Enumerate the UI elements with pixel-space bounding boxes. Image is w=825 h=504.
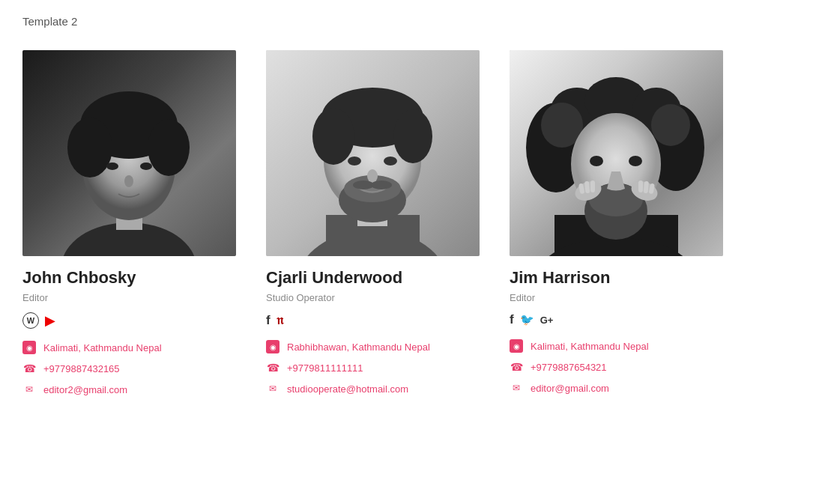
phone-icon: ☎ — [266, 361, 279, 374]
svg-point-7 — [106, 163, 118, 170]
location-value[interactable]: Kalimati, Kathmandu Nepal — [531, 341, 649, 352]
card-jim: Jim Harrison Editor f🐦G+ ◉ Kalimati, Kat… — [510, 50, 723, 396]
social-icons-john: W▶ — [22, 312, 236, 329]
svg-point-22 — [367, 169, 378, 183]
facebook-icon[interactable]: f — [510, 312, 514, 327]
svg-point-40 — [629, 156, 642, 166]
contact-location-jim: ◉ Kalimati, Kathmandu Nepal — [510, 339, 723, 353]
svg-point-19 — [384, 157, 397, 166]
card-name-cjarli: Cjarli Underwood — [266, 268, 480, 288]
card-cjarli: Cjarli Underwood Studio Operator f𝔫 ◉ Ra… — [266, 50, 480, 396]
contact-list-jim: ◉ Kalimati, Kathmandu Nepal ☎ +977988765… — [510, 339, 723, 395]
contact-phone-cjarli: ☎ +9779811111111 — [266, 361, 480, 374]
contact-email-john: ✉ editor2@gmail.com — [22, 383, 236, 396]
card-role-john: Editor — [22, 292, 236, 303]
card-role-jim: Editor — [510, 292, 723, 303]
cards-container: John Chbosky Editor W▶ ◉ Kalimati, Kathm… — [22, 50, 803, 396]
card-name-john: John Chbosky — [22, 268, 236, 288]
card-photo-jim — [510, 50, 723, 256]
contact-location-cjarli: ◉ Rabhibhawan, Kathmandu Nepal — [266, 340, 480, 353]
pinterest-icon[interactable]: 𝔫 — [276, 312, 283, 328]
social-icons-cjarli: f𝔫 — [266, 312, 480, 328]
contact-location-john: ◉ Kalimati, Kathmandu Nepal — [22, 341, 236, 354]
location-icon: ◉ — [510, 339, 523, 353]
phone-value[interactable]: +9779811111111 — [287, 362, 363, 374]
svg-point-39 — [590, 156, 603, 166]
youtube-icon[interactable]: ▶ — [45, 312, 55, 329]
social-icons-jim: f🐦G+ — [510, 312, 723, 327]
email-value[interactable]: editor@gmail.com — [531, 383, 609, 394]
svg-point-23 — [353, 180, 374, 189]
svg-point-6 — [148, 119, 190, 176]
page-title: Template 2 — [22, 15, 803, 28]
contact-email-cjarli: ✉ studiooperate@hotmail.com — [266, 382, 480, 395]
wordpress-icon[interactable]: W — [22, 312, 39, 329]
email-value[interactable]: studiooperate@hotmail.com — [287, 383, 408, 395]
email-icon: ✉ — [510, 381, 523, 395]
contact-email-jim: ✉ editor@gmail.com — [510, 381, 723, 395]
svg-point-18 — [348, 157, 361, 166]
phone-icon: ☎ — [510, 360, 523, 374]
card-photo-john — [22, 50, 236, 256]
contact-phone-john: ☎ +9779887432165 — [22, 362, 236, 375]
facebook-icon[interactable]: f — [266, 313, 271, 328]
email-value[interactable]: editor2@gmail.com — [43, 384, 127, 395]
card-role-cjarli: Studio Operator — [266, 292, 480, 303]
phone-value[interactable]: +9779887654321 — [531, 362, 607, 373]
location-icon: ◉ — [22, 341, 36, 354]
contact-list-cjarli: ◉ Rabhibhawan, Kathmandu Nepal ☎ +977981… — [266, 340, 480, 395]
contact-list-john: ◉ Kalimati, Kathmandu Nepal ☎ +977988743… — [22, 341, 236, 396]
svg-point-9 — [124, 175, 133, 187]
card-john: John Chbosky Editor W▶ ◉ Kalimati, Kathm… — [22, 50, 236, 396]
location-value[interactable]: Kalimati, Kathmandu Nepal — [43, 342, 162, 353]
svg-point-24 — [371, 180, 392, 189]
twitter-icon[interactable]: 🐦 — [520, 313, 534, 327]
svg-point-16 — [312, 108, 354, 165]
card-photo-cjarli — [266, 50, 480, 256]
svg-rect-46 — [638, 180, 643, 192]
svg-point-35 — [651, 104, 690, 146]
phone-icon: ☎ — [22, 362, 36, 375]
contact-phone-jim: ☎ +9779887654321 — [510, 360, 723, 374]
email-icon: ✉ — [22, 383, 36, 396]
phone-value[interactable]: +9779887432165 — [43, 363, 120, 374]
email-icon: ✉ — [266, 382, 279, 395]
googleplus-icon[interactable]: G+ — [540, 315, 554, 326]
location-icon: ◉ — [266, 340, 279, 353]
svg-point-5 — [67, 118, 112, 177]
svg-point-17 — [393, 109, 432, 163]
svg-rect-45 — [590, 180, 595, 192]
location-value[interactable]: Rabhibhawan, Kathmandu Nepal — [287, 341, 430, 353]
card-name-jim: Jim Harrison — [510, 268, 723, 288]
svg-point-8 — [140, 163, 152, 170]
